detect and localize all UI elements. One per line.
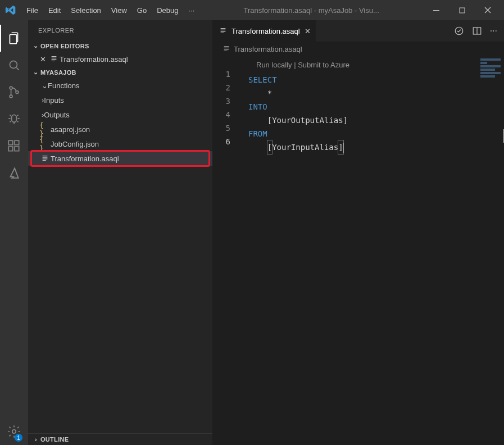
run-icon[interactable]	[454, 26, 464, 36]
chevron-down-icon: ⌄	[31, 42, 40, 49]
chevron-right-icon: ›	[31, 436, 40, 443]
activity-search-icon[interactable]	[0, 52, 28, 79]
menu-bar: File Edit Selection View Go Debug ···	[21, 3, 199, 18]
file-lines-icon	[39, 155, 51, 162]
tree-folder-inputs[interactable]: › Inputs	[28, 93, 212, 107]
menu-selection[interactable]: Selection	[66, 3, 106, 18]
tree-file-jobconfig[interactable]: { } JobConfig.json	[28, 137, 212, 151]
open-editor-label: Transformation.asaql	[60, 55, 128, 63]
codelens-submit-azure[interactable]: Submit to Azure	[298, 61, 349, 69]
minimap[interactable]	[480, 58, 501, 92]
activity-azure-icon[interactable]	[0, 160, 28, 187]
activity-settings-icon[interactable]: 1	[0, 418, 28, 445]
file-lines-icon	[223, 45, 230, 53]
svg-point-4	[10, 95, 12, 98]
open-editor-item[interactable]: ✕ Transformation.asaql	[28, 52, 212, 66]
code-area[interactable]: Run locally | Submit to Azure SELECT * I…	[240, 56, 504, 445]
tab-bar: Transformation.asaql ✕ ···	[212, 20, 504, 42]
svg-point-2	[10, 61, 17, 68]
editor-area: Transformation.asaql ✕ ··· Transformatio…	[212, 20, 504, 445]
menu-edit[interactable]: Edit	[43, 3, 66, 18]
svg-point-5	[16, 91, 19, 94]
line-gutter: 1 2 3 4 5 6	[212, 56, 240, 445]
titlebar: File Edit Selection View Go Debug ··· Tr…	[0, 0, 504, 20]
vscode-logo-icon	[4, 4, 17, 16]
tree-file-transformation[interactable]: Transformation.asaql	[28, 151, 212, 166]
breadcrumb[interactable]: Transformation.asaql	[212, 42, 504, 56]
svg-rect-7	[8, 147, 13, 151]
chevron-down-icon: ⌄	[42, 81, 48, 90]
editor-body[interactable]: 1 2 3 4 5 6 Run locally | Submit to Azur…	[212, 56, 504, 445]
more-actions-icon[interactable]: ···	[490, 26, 497, 36]
close-button[interactable]	[475, 0, 501, 20]
svg-rect-0	[433, 10, 439, 11]
menu-more[interactable]: ···	[183, 3, 199, 18]
file-lines-icon	[48, 55, 60, 63]
tree-folder-outputs[interactable]: › Outputs	[28, 107, 212, 122]
text-cursor	[343, 143, 344, 153]
svg-rect-8	[15, 147, 19, 151]
maximize-button[interactable]	[449, 0, 475, 20]
sidebar-explorer: EXPLORER ⌄ OPEN EDITORS ✕ Transformation…	[28, 20, 212, 445]
outline-header[interactable]: › OUTLINE	[28, 433, 212, 445]
breadcrumb-label: Transformation.asaql	[234, 45, 302, 53]
minimize-button[interactable]	[423, 0, 449, 20]
menu-debug[interactable]: Debug	[152, 3, 183, 18]
svg-rect-1	[460, 8, 465, 13]
menu-file[interactable]: File	[21, 3, 43, 18]
sidebar-title: EXPLORER	[28, 20, 212, 40]
menu-view[interactable]: View	[106, 3, 132, 18]
svg-point-10	[12, 430, 16, 434]
tree-file-asaproj[interactable]: { } asaproj.json	[28, 122, 212, 137]
activity-extensions-icon[interactable]	[0, 133, 28, 160]
split-editor-icon[interactable]	[472, 26, 482, 36]
settings-badge: 1	[15, 434, 22, 442]
file-lines-icon	[219, 27, 227, 35]
json-icon: { }	[39, 135, 51, 152]
svg-rect-6	[8, 140, 13, 145]
tab-transformation[interactable]: Transformation.asaql ✕	[212, 20, 317, 42]
window-title: Transformation.asaql - myAsaJob - Visu..…	[199, 6, 423, 15]
menu-go[interactable]: Go	[132, 3, 152, 18]
workspace-header[interactable]: ⌄ MYASAJOB	[28, 66, 212, 78]
tab-label: Transformation.asaql	[231, 27, 300, 35]
activity-bar: 1	[0, 20, 28, 445]
activity-explorer-icon[interactable]	[0, 25, 28, 52]
close-icon[interactable]: ✕	[37, 55, 48, 63]
activity-source-control-icon[interactable]	[0, 79, 28, 106]
svg-point-3	[10, 87, 12, 89]
svg-rect-9	[15, 140, 19, 145]
open-editors-header[interactable]: ⌄ OPEN EDITORS	[28, 40, 212, 52]
activity-debug-icon[interactable]	[0, 106, 28, 133]
chevron-down-icon: ⌄	[31, 69, 40, 76]
codelens-run-locally[interactable]: Run locally	[256, 61, 292, 69]
codelens: Run locally | Submit to Azure	[248, 57, 504, 73]
tab-close-icon[interactable]: ✕	[305, 27, 311, 35]
tree-folder-functions[interactable]: ⌄ Functions	[28, 78, 212, 93]
